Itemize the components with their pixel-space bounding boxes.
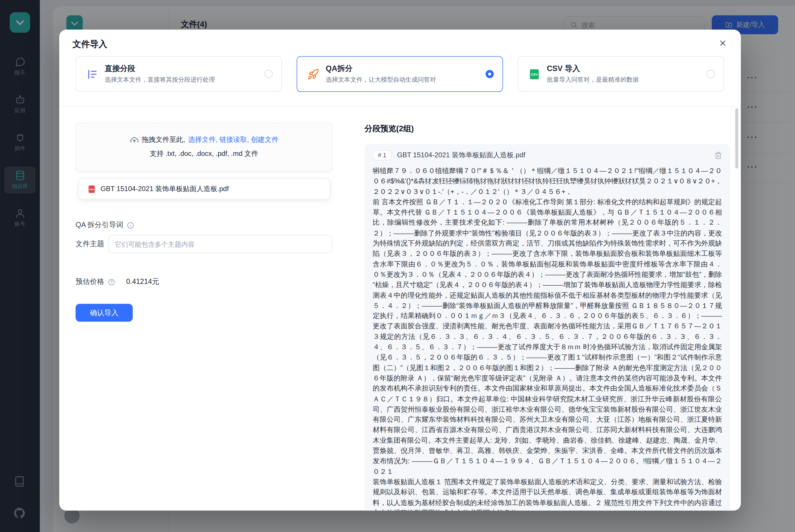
file-drop-zone[interactable]: 拖拽文件至此, 选择文件, 链接读取, 创建文件 支持 .txt, .doc, … <box>76 122 332 172</box>
pdf-file-icon: PDF <box>88 185 96 193</box>
topic-label: 文件主题 <box>76 240 108 249</box>
option-title: 直接分段 <box>105 64 215 74</box>
svg-text:PDF: PDF <box>89 188 94 191</box>
qa-prompt-label: QA 拆分引导词 <box>76 221 123 230</box>
radio-unselected[interactable] <box>264 70 273 78</box>
topic-row: 文件主题 <box>76 235 332 253</box>
qa-prompt-row: QA 拆分引导词 <box>76 221 135 230</box>
option-qa-split[interactable]: QA拆分 选择文本文件，让大模型自动生成问答对 <box>297 56 503 92</box>
option-title: QA拆分 <box>326 64 436 74</box>
csv-file-icon: CSV <box>529 68 540 80</box>
option-desc: 选择文本文件，让大模型自动生成问答对 <box>326 76 436 84</box>
close-icon <box>718 39 727 47</box>
chunk-index-badge: # 1 <box>373 150 391 160</box>
option-title: CSV 导入 <box>547 64 639 74</box>
option-csv-import[interactable]: CSV CSV 导入 批量导入问答对，是最精准的数据 <box>518 56 724 92</box>
option-desc: 选择文本文件，直接将其按分段进行处理 <box>105 76 215 84</box>
uploaded-file-name: GBT 15104-2021 装饰单板贴面人造板.pdf <box>100 184 229 193</box>
info-circle-icon[interactable] <box>127 222 135 229</box>
price-value: 0.41214元 <box>126 277 159 286</box>
drop-text: 拖拽文件至此, <box>142 135 185 145</box>
rocket-icon <box>307 68 319 80</box>
modal-divider <box>59 106 741 107</box>
option-desc: 批量导入问答对，是最精准的数据 <box>547 76 639 84</box>
import-mode-options: 直接分段 选择文本文件，直接将其按分段进行处理 QA拆分 选择文本文件，让大模型… <box>76 56 724 92</box>
scrollbar-thumb[interactable] <box>735 108 738 168</box>
trash-icon[interactable] <box>714 151 722 159</box>
chunk-file-title: GBT 15104-2021 装饰单板贴面人造板.pdf <box>397 151 709 160</box>
close-button[interactable] <box>715 36 730 50</box>
confirm-import-button[interactable]: 确认导入 <box>76 304 133 321</box>
svg-text:CSV: CSV <box>531 73 538 76</box>
file-import-modal: 文件导入 直接分段 选择文本文件，直接将其按分段进行处理 <box>59 30 741 511</box>
file-select-links[interactable]: 选择文件, 链接读取, 创建文件 <box>188 135 279 145</box>
preview-chunk-card: # 1 GBT 15104-2021 装饰单板贴面人造板.pdf 犐犆犛７９．０… <box>365 144 730 511</box>
chunk-text: 犐犆犛７９．０６０犆犆犛犅７０!"＃＄％＆＇（）＊犌犅／犜１５１０４—２０２１!… <box>373 166 722 511</box>
price-row: 预估价格 0.41214元 <box>76 277 159 286</box>
radio-selected[interactable] <box>486 70 494 78</box>
preview-heading: 分段预览(2组) <box>365 124 414 134</box>
screen: 聊天 应用 插件 知识库 账号 <box>0 0 795 532</box>
segment-icon <box>86 68 98 80</box>
modal-title: 文件导入 <box>73 38 107 50</box>
question-circle-icon[interactable] <box>108 278 115 286</box>
cloud-upload-icon <box>130 135 139 145</box>
price-label: 预估价格 <box>76 277 104 286</box>
uploaded-file-item[interactable]: PDF GBT 15104-2021 装饰单板贴面人造板.pdf <box>78 179 330 199</box>
topic-input[interactable] <box>108 235 332 253</box>
supported-formats: 支持 .txt, .doc, .docx, .pdf, .md 文件 <box>76 149 332 158</box>
option-direct-segment[interactable]: 直接分段 选择文本文件，直接将其按分段进行处理 <box>76 56 282 92</box>
radio-unselected[interactable] <box>707 70 715 78</box>
